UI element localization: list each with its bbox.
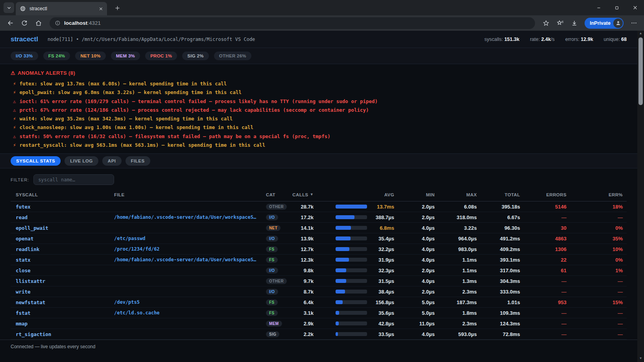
site-info-icon[interactable] [55, 20, 61, 26]
address-bar[interactable]: localhost:4321 [50, 17, 535, 29]
header-stat: syscalls: 151.3k [484, 37, 519, 42]
tab-syscall-stats[interactable]: SYSCALL STATS [11, 156, 61, 166]
favorite-star-button[interactable] [540, 17, 552, 30]
max-value: 1.1ms [435, 268, 477, 273]
table-row[interactable]: fstat/etc/ld.so.cacheFS3.1k35.6µs5.0µs1.… [11, 308, 627, 318]
maximize-button[interactable] [608, 0, 626, 15]
total-value: 304.3ms [477, 278, 520, 284]
scrollbar-thumb[interactable] [638, 37, 643, 105]
max-value: 1.8ms [435, 310, 477, 316]
category-badge: I/O [266, 289, 278, 295]
errp-value: — [566, 289, 627, 295]
table-row[interactable]: openat/etc/passwdI/O13.9k35.4µs4.0µs964.… [11, 233, 627, 244]
col-errors[interactable]: ERRORS [520, 192, 566, 197]
calls-value: 2.2k [296, 331, 314, 337]
calls-bar-fill [336, 268, 346, 272]
filter-input[interactable] [33, 174, 114, 185]
category-pill[interactable]: MEM 3% [111, 52, 140, 60]
calls-value: 13.9k [296, 236, 314, 242]
page-scrollbar[interactable]: ▲ ▼ [637, 31, 644, 362]
calls-bar-fill [336, 332, 338, 336]
col-syscall[interactable]: SYSCALL [11, 192, 109, 197]
col-min[interactable]: MIN [394, 192, 435, 197]
tab-files[interactable]: FILES [125, 156, 150, 166]
tab-live-log[interactable]: LIVE LOG [65, 156, 98, 166]
lightning-icon: ⚡ [13, 116, 16, 122]
table-row[interactable]: read/home/fabiano/.vscode-server/data/Us… [11, 212, 627, 223]
refresh-button[interactable] [18, 17, 31, 30]
table-row[interactable]: llistxattrOTHER9.7k31.5µs4.0µs1.3ms304.3… [11, 276, 627, 286]
downloads-button[interactable] [568, 17, 581, 30]
file-path: /etc/ld.so.cache [109, 310, 260, 316]
col-errp[interactable]: ERR% [566, 192, 627, 197]
calls-bar [314, 311, 371, 315]
calls-bar-track [336, 258, 367, 262]
syscall-name: newfstatat [11, 299, 109, 305]
category-cell: I/O [260, 267, 296, 273]
table-row[interactable]: closeI/O9.8k32.3µs2.0µs1.1ms317.0ms611% [11, 265, 627, 276]
table-row[interactable]: statx/home/fabiano/.vscode-server/data/U… [11, 255, 627, 265]
table-row[interactable]: newfstatat/dev/pts5FS6.4k156.8µs5.0µs187… [11, 297, 627, 308]
browser-tab[interactable]: stracectl [16, 2, 107, 15]
avg-value: 388.7µs [371, 214, 394, 220]
inprivate-badge[interactable]: InPrivate [585, 18, 624, 29]
col-cat[interactable]: CAT [260, 192, 296, 197]
table-row[interactable]: mmapMEM2.9k42.8µs11.0µs2.3ms124.3ms—— [11, 318, 627, 329]
calls-bar [314, 258, 371, 262]
warning-icon: ⚠ [13, 107, 16, 113]
total-value: 409.2ms [477, 246, 520, 252]
total-value: 124.3ms [477, 321, 520, 327]
category-pill[interactable]: OTHER 26% [214, 52, 251, 60]
col-file[interactable]: FILE [109, 192, 260, 197]
min-value: 4.0µs [394, 331, 435, 337]
alert-item: ⚠statfs: 50% error rate (16/32 calls) — … [11, 132, 627, 141]
category-cell: OTHER [260, 278, 296, 284]
category-pill[interactable]: PROC 1% [145, 52, 177, 60]
close-button[interactable] [626, 0, 644, 15]
table-row[interactable]: futexOTHER28.7k13.7ms2.0µs6.08s395.18s51… [11, 201, 627, 212]
file-path: /dev/pts5 [109, 299, 260, 305]
table-row[interactable]: rt_sigactionSIG2.2k33.5µs4.0µs593.0µs72.… [11, 329, 627, 340]
calls-bar [314, 268, 371, 272]
table-row[interactable]: readlink/proc/1234/fd/62FS12.7k32.2µs4.0… [11, 244, 627, 255]
table-row[interactable]: writeI/O8.7k38.4µs2.0µs2.3ms333.0ms—— [11, 286, 627, 297]
calls-bar-track [336, 236, 367, 240]
errp-value: — [566, 331, 627, 337]
alert-text: statfs: 50% error rate (16/32 calls) — f… [20, 133, 330, 139]
category-pill[interactable]: FS 24% [43, 52, 70, 60]
favorites-bar-button[interactable] [554, 17, 566, 30]
avg-value: 31.9µs [371, 257, 394, 263]
syscall-name: rt_sigaction [11, 331, 109, 337]
col-max[interactable]: MAX [435, 192, 477, 197]
category-cell: FS [260, 257, 296, 263]
new-tab-button[interactable] [112, 2, 123, 13]
header-stat: unique: 68 [604, 37, 627, 42]
scrollbar-up-icon[interactable]: ▲ [639, 31, 642, 36]
category-badge: I/O [266, 268, 278, 273]
minimize-button[interactable] [590, 0, 608, 15]
table-body: futexOTHER28.7k13.7ms2.0µs6.08s395.18s51… [11, 201, 627, 340]
total-value: 96.30s [477, 225, 520, 231]
tab-api[interactable]: API [102, 156, 122, 166]
inprivate-label: InPrivate [590, 20, 611, 26]
category-badge: MEM [266, 321, 282, 327]
col-calls[interactable]: CALLS▼ [296, 192, 314, 197]
calls-value: 6.4k [296, 299, 314, 305]
errors-value: — [520, 310, 566, 316]
stat-value: 2.4k [541, 37, 551, 42]
avg-value: 35.4µs [371, 236, 394, 242]
home-button[interactable] [32, 17, 45, 30]
settings-menu-button[interactable] [627, 17, 640, 30]
scrollbar-down-icon[interactable]: ▼ [639, 356, 642, 361]
tab-close-icon[interactable] [99, 7, 103, 11]
tab-search-button[interactable] [4, 2, 14, 13]
back-button[interactable] [4, 17, 17, 30]
min-value: 4.0µs [394, 236, 435, 242]
category-pill[interactable]: I/O 33% [11, 52, 38, 60]
col-total[interactable]: TOTAL [477, 192, 520, 197]
category-pill[interactable]: NET 10% [75, 52, 105, 60]
table-row[interactable]: epoll_pwaitNET14.1k6.8ms4.0µs3.22s96.30s… [11, 223, 627, 233]
col-avg[interactable]: AVG [371, 192, 394, 197]
category-pill[interactable]: SIG 2% [182, 52, 209, 60]
max-value: 187.3ms [435, 299, 477, 305]
